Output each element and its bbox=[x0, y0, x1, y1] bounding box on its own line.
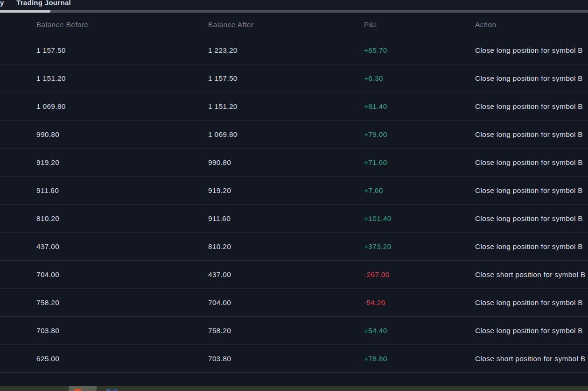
cell-balance-before: 810.20 bbox=[36, 205, 59, 232]
cell-balance-before: 1 069.80 bbox=[36, 92, 66, 120]
table-row: 919.20 990.80 +71.60 Close long position… bbox=[0, 149, 588, 177]
table-row: 625.00 703.80 +78.80 Close short positio… bbox=[0, 345, 588, 373]
table-row: 437.00 810.20 +373.20 Close long positio… bbox=[0, 233, 588, 261]
table-row: 704.00 437.00 -267.00 Close short positi… bbox=[0, 261, 588, 289]
cell-balance-before: 1 157.50 bbox=[36, 36, 66, 64]
cell-balance-after: 758.20 bbox=[208, 317, 231, 344]
table-row: 990.80 1 069.80 +79.00 Close long positi… bbox=[0, 121, 588, 149]
cell-balance-after: 810.20 bbox=[208, 233, 231, 260]
cell-pnl: +79.00 bbox=[364, 121, 387, 148]
cell-pnl: +78.80 bbox=[364, 345, 387, 372]
cell-action: Close long position for symbol B bbox=[475, 92, 583, 120]
table-row: 1 151.20 1 157.50 +6.30 Close long posit… bbox=[0, 64, 588, 92]
cell-action: Close long position for symbol B bbox=[475, 233, 583, 260]
cell-balance-after: 704.00 bbox=[208, 289, 231, 316]
cell-balance-after: 990.80 bbox=[208, 149, 231, 176]
cell-balance-before: 990.80 bbox=[36, 121, 59, 148]
cell-balance-before: 919.20 bbox=[36, 149, 59, 176]
cell-pnl: +54.40 bbox=[364, 317, 387, 344]
cell-pnl: +373.20 bbox=[364, 233, 392, 260]
cell-balance-after: 1 223.20 bbox=[208, 36, 238, 64]
column-header-pnl: P&L bbox=[364, 13, 378, 36]
cell-action: Close long position for symbol B bbox=[475, 149, 583, 176]
cell-balance-before: 703.80 bbox=[36, 317, 59, 344]
cell-pnl: +65.70 bbox=[364, 36, 387, 64]
cell-pnl: +71.60 bbox=[364, 149, 387, 176]
tab-bar: y Trading Journal bbox=[0, 0, 588, 9]
trading-journal-table: Balance Before Balance After P&L Action … bbox=[0, 13, 588, 373]
cell-action: Close short position for symbol B bbox=[475, 345, 585, 372]
desktop-fragment-block bbox=[69, 386, 97, 391]
table-row: 911.60 919.20 +7.60 Close long position … bbox=[0, 177, 588, 205]
cell-action: Close long position for symbol B bbox=[475, 64, 583, 92]
cell-balance-before: 437.00 bbox=[36, 233, 59, 260]
cell-pnl: +7.60 bbox=[364, 177, 383, 204]
column-header-balance-before: Balance Before bbox=[36, 13, 89, 36]
table-row: 703.80 758.20 +54.40 Close long position… bbox=[0, 317, 588, 345]
table-row: 810.20 911.60 +101.40 Close long positio… bbox=[0, 205, 588, 233]
column-header-action: Action bbox=[475, 13, 496, 36]
cell-balance-after: 919.20 bbox=[208, 177, 231, 204]
cell-action: Close long position for symbol B bbox=[475, 36, 583, 64]
cell-balance-after: 1 069.80 bbox=[208, 121, 238, 148]
cell-action: Close long position for symbol B bbox=[475, 121, 583, 148]
cell-action: Close long position for symbol B bbox=[475, 177, 583, 204]
cell-action: Close long position for symbol B bbox=[475, 205, 583, 232]
cell-balance-after: 911.60 bbox=[208, 205, 231, 232]
cell-balance-before: 1 151.20 bbox=[36, 64, 66, 92]
cell-balance-before: 911.60 bbox=[36, 177, 59, 204]
cell-action: Close long position for symbol B bbox=[475, 289, 583, 316]
desktop-fragment-blue-icon bbox=[106, 389, 111, 391]
table-body: 1 157.50 1 223.20 +65.70 Close long posi… bbox=[0, 36, 588, 373]
cell-pnl: -267.00 bbox=[364, 261, 390, 288]
desktop-strip bbox=[0, 386, 588, 391]
table-row: 1 157.50 1 223.20 +65.70 Close long posi… bbox=[0, 36, 588, 64]
cell-action: Close short position for symbol B bbox=[475, 261, 585, 288]
cell-action: Close long position for symbol B bbox=[475, 317, 583, 344]
tab-trading-journal[interactable]: Trading Journal bbox=[16, 0, 71, 7]
table-row: 758.20 704.00 -54.20 Close long position… bbox=[0, 289, 588, 317]
table-header-row: Balance Before Balance After P&L Action bbox=[0, 13, 588, 36]
cell-balance-after: 437.00 bbox=[208, 261, 231, 288]
desktop-fragment-blue-icon bbox=[113, 389, 118, 391]
cell-pnl: +81.40 bbox=[364, 92, 387, 120]
cell-balance-before: 758.20 bbox=[36, 289, 59, 316]
cell-balance-before: 704.00 bbox=[36, 261, 59, 288]
desktop-fragment-orange-icon bbox=[74, 389, 81, 391]
table-row: 1 069.80 1 151.20 +81.40 Close long posi… bbox=[0, 92, 588, 121]
column-header-balance-after: Balance After bbox=[208, 13, 253, 36]
cell-balance-after: 1 157.50 bbox=[208, 64, 238, 92]
cell-pnl: +6.30 bbox=[364, 64, 383, 92]
cell-balance-after: 703.80 bbox=[208, 345, 231, 372]
cell-balance-after: 1 151.20 bbox=[208, 92, 238, 120]
cell-pnl: +101.40 bbox=[364, 205, 392, 232]
cell-pnl: -54.20 bbox=[364, 289, 385, 316]
tab-partial-left[interactable]: y bbox=[0, 0, 4, 7]
cell-balance-before: 625.00 bbox=[36, 345, 59, 372]
